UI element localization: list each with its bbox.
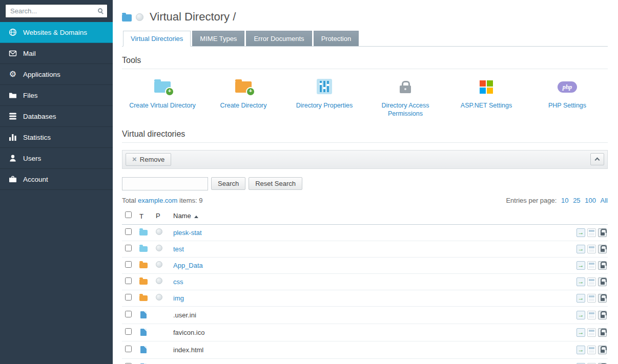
row-name-link[interactable]: plesk-stat	[173, 229, 202, 237]
row-checkbox[interactable]	[125, 294, 132, 301]
row-name-link[interactable]: favicon.ico	[173, 329, 204, 336]
protection-icon	[156, 277, 162, 284]
tool-directory-properties[interactable]: Directory Properties	[284, 77, 365, 118]
column-protection[interactable]: P	[156, 212, 173, 220]
tool-aspnet-settings[interactable]: ASP.NET Settings	[446, 77, 527, 118]
open-icon[interactable]	[576, 311, 585, 319]
list-toolbar: Remove	[122, 150, 608, 169]
preview-icon[interactable]	[587, 245, 596, 253]
tool-create-virtual-directory[interactable]: Create Virtual Directory	[122, 77, 203, 118]
tab-mime-types[interactable]: MIME Types	[192, 31, 244, 46]
sidebar-item-websites-domains[interactable]: Websites & Domains	[0, 22, 113, 43]
tab-error-documents[interactable]: Error Documents	[246, 31, 312, 46]
tool-php-settings[interactable]: php PHP Settings	[527, 77, 608, 118]
select-all-checkbox[interactable]	[125, 211, 132, 218]
preview-icon[interactable]	[587, 277, 596, 286]
open-icon[interactable]	[576, 328, 585, 337]
lock-icon[interactable]	[598, 346, 607, 354]
tool-label[interactable]: Create Virtual Directory	[129, 101, 196, 110]
open-icon[interactable]	[576, 245, 585, 253]
sidebar-item-label: Account	[23, 176, 48, 183]
search-input[interactable]	[5, 4, 108, 18]
sidebar-item-files[interactable]: Files	[0, 85, 113, 106]
preview-icon[interactable]	[587, 228, 596, 237]
mail-icon	[8, 49, 17, 57]
preview-icon[interactable]	[587, 346, 596, 354]
page-size-all[interactable]: All	[601, 197, 608, 204]
search-icon[interactable]	[98, 8, 102, 13]
row-checkbox[interactable]	[125, 261, 132, 268]
sidebar-item-statistics[interactable]: Statistics	[0, 127, 113, 148]
open-icon[interactable]	[576, 228, 585, 237]
tool-create-directory[interactable]: Create Directory	[203, 77, 284, 118]
open-icon[interactable]	[576, 294, 585, 303]
breadcrumb-shield-icon	[136, 13, 143, 21]
sidebar-item-applications[interactable]: Applications	[0, 64, 113, 85]
tab-protection[interactable]: Protection	[314, 31, 359, 46]
open-icon[interactable]	[576, 261, 585, 270]
row-name-link[interactable]: test	[173, 245, 184, 253]
lock-icon[interactable]	[598, 328, 607, 337]
remove-button[interactable]: Remove	[126, 153, 171, 166]
sidebar-item-mail[interactable]: Mail	[0, 43, 113, 64]
page-size-10[interactable]: 10	[561, 197, 568, 204]
tool-label[interactable]: PHP Settings	[548, 101, 586, 110]
row-checkbox[interactable]	[125, 228, 132, 235]
row-name-link[interactable]: .user.ini	[173, 311, 196, 319]
preview-icon[interactable]	[587, 311, 596, 319]
domain-link[interactable]: example.com	[138, 197, 177, 204]
open-icon[interactable]	[576, 346, 585, 354]
lock-icon[interactable]	[598, 261, 607, 270]
create-directory-icon	[235, 81, 252, 93]
type-icon	[139, 246, 148, 252]
column-name[interactable]: Name	[173, 212, 562, 220]
preview-icon[interactable]	[587, 261, 596, 270]
lock-icon[interactable]	[598, 277, 607, 286]
type-icon	[139, 295, 148, 301]
sidebar-item-databases[interactable]: Databases	[0, 106, 113, 127]
lock-icon[interactable]	[598, 228, 607, 237]
row-checkbox[interactable]	[125, 245, 132, 251]
row-checkbox[interactable]	[125, 328, 132, 335]
directory-properties-icon	[317, 79, 332, 96]
row-checkbox[interactable]	[125, 346, 132, 352]
tab-bar: Virtual Directories MIME Types Error Doc…	[122, 31, 608, 47]
sidebar-item-account[interactable]: Account	[0, 169, 113, 190]
virtual-directories-heading: Virtual directories	[122, 130, 608, 143]
column-type[interactable]: T	[139, 211, 156, 220]
open-icon[interactable]	[576, 277, 585, 286]
page-size-100[interactable]: 100	[585, 197, 596, 204]
tool-directory-access-permissions[interactable]: Directory Access Permissions	[365, 77, 446, 118]
tool-label[interactable]: Create Directory	[220, 101, 267, 110]
page-header: Virtual Directory /	[122, 10, 608, 24]
row-name-link[interactable]: index.html	[173, 346, 203, 354]
sidebar-item-users[interactable]: Users	[0, 148, 113, 169]
row-name-link[interactable]: img	[173, 294, 184, 302]
directory-access-permissions-icon	[400, 85, 411, 93]
tool-label[interactable]: ASP.NET Settings	[461, 101, 512, 110]
page-size-25[interactable]: 25	[573, 197, 580, 204]
lock-icon[interactable]	[598, 311, 607, 319]
sidebar-item-label: Applications	[23, 71, 60, 78]
lock-icon[interactable]	[598, 294, 607, 303]
tool-label[interactable]: Directory Access Permissions	[369, 101, 441, 118]
list-search-input[interactable]	[122, 177, 208, 190]
search-button[interactable]: Search	[211, 177, 245, 190]
tool-label[interactable]: Directory Properties	[296, 101, 353, 110]
row-name-link[interactable]: App_Data	[173, 262, 203, 269]
row-checkbox[interactable]	[125, 311, 132, 317]
app-root: Websites & Domains Mail Applications Fil…	[0, 0, 618, 364]
type-icon	[139, 279, 148, 285]
breadcrumb-folder-icon	[122, 14, 132, 22]
lock-icon[interactable]	[598, 245, 607, 253]
tab-virtual-directories[interactable]: Virtual Directories	[123, 31, 191, 47]
reset-search-button[interactable]: Reset Search	[249, 177, 302, 190]
collapse-toolbar-button[interactable]	[590, 153, 604, 165]
row-name-link[interactable]: css	[173, 278, 183, 286]
chevron-up-icon	[595, 158, 600, 163]
preview-icon[interactable]	[587, 328, 596, 337]
row-checkbox[interactable]	[125, 277, 132, 284]
sidebar-item-label: Databases	[23, 113, 56, 120]
preview-icon[interactable]	[587, 294, 596, 303]
folder-icon	[8, 91, 17, 99]
